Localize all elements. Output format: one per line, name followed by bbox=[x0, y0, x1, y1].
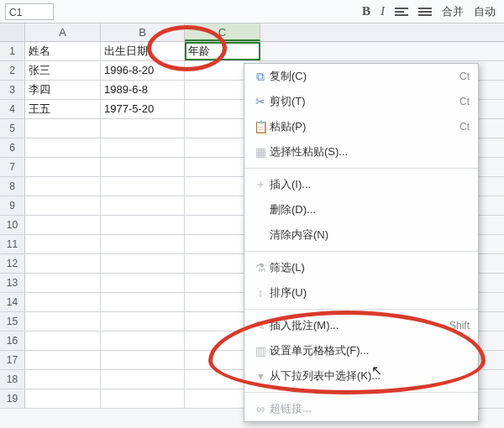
menu-paste-special[interactable]: ▦ 选择性粘贴(S)... bbox=[244, 139, 478, 164]
cell-A6[interactable] bbox=[25, 138, 101, 157]
insert-icon: ＋ bbox=[251, 177, 270, 192]
cell-A19[interactable] bbox=[25, 389, 101, 408]
cut-icon: ✂ bbox=[251, 95, 270, 108]
menu-separator bbox=[244, 309, 478, 310]
menu-separator bbox=[244, 392, 478, 393]
row-header[interactable]: 11 bbox=[0, 235, 25, 253]
cell-A17[interactable] bbox=[25, 351, 101, 369]
cell-B12[interactable] bbox=[101, 254, 185, 273]
cell-A8[interactable] bbox=[25, 177, 101, 196]
cell-B5[interactable] bbox=[101, 119, 185, 138]
row-header[interactable]: 1 bbox=[0, 42, 25, 60]
row-header[interactable]: 13 bbox=[0, 274, 25, 292]
menu-hyperlink[interactable]: ∞ 超链接... bbox=[244, 396, 478, 421]
row-header[interactable]: 9 bbox=[0, 196, 25, 215]
sort-icon: ↕ bbox=[251, 286, 270, 300]
row-header[interactable]: 12 bbox=[0, 254, 25, 273]
cell-A18[interactable] bbox=[25, 370, 101, 389]
cell-B1[interactable]: 出生日期 bbox=[101, 42, 185, 60]
align-icon-2[interactable] bbox=[418, 6, 432, 18]
row-header[interactable]: 18 bbox=[0, 370, 25, 389]
row-header[interactable]: 17 bbox=[0, 351, 25, 369]
cell-B14[interactable] bbox=[101, 293, 185, 311]
align-icon[interactable] bbox=[395, 6, 408, 18]
italic-button[interactable]: I bbox=[381, 4, 385, 18]
note-icon: ✎ bbox=[251, 319, 270, 332]
cell-A1[interactable]: 姓名 bbox=[25, 42, 101, 60]
cell-A5[interactable] bbox=[25, 119, 101, 138]
menu-pick-from-list[interactable]: ▾ 从下拉列表中选择(K)... bbox=[244, 363, 478, 389]
menu-copy[interactable]: ⧉ 复制(C) Ct bbox=[244, 64, 478, 89]
cell-A9[interactable] bbox=[25, 196, 101, 215]
col-header-A[interactable]: A bbox=[25, 23, 101, 41]
row-header[interactable]: 16 bbox=[0, 331, 25, 350]
cell-B17[interactable] bbox=[101, 351, 185, 369]
context-menu: ⧉ 复制(C) Ct ✂ 剪切(T) Ct 📋 粘贴(P) Ct ▦ 选择性粘贴… bbox=[244, 63, 479, 422]
cell-B2[interactable]: 1996-8-20 bbox=[101, 61, 185, 80]
menu-separator bbox=[244, 251, 478, 252]
row-header[interactable]: 7 bbox=[0, 158, 25, 176]
cell-B11[interactable] bbox=[101, 235, 185, 253]
cell-B8[interactable] bbox=[101, 177, 185, 196]
row-header[interactable]: 5 bbox=[0, 119, 25, 138]
cell-A3[interactable]: 李四 bbox=[25, 81, 101, 99]
row-header[interactable]: 2 bbox=[0, 61, 25, 80]
col-header-B[interactable]: B bbox=[101, 23, 185, 41]
cell-A10[interactable] bbox=[25, 216, 101, 234]
menu-sort[interactable]: ↕ 排序(U) bbox=[244, 280, 478, 305]
cell-A14[interactable] bbox=[25, 293, 101, 311]
cell-B3[interactable]: 1989-6-8 bbox=[101, 81, 185, 99]
menu-cut[interactable]: ✂ 剪切(T) Ct bbox=[244, 89, 478, 114]
cell-B19[interactable] bbox=[101, 389, 185, 408]
cell-A16[interactable] bbox=[25, 331, 101, 350]
paste-special-icon: ▦ bbox=[251, 145, 270, 159]
col-header-C[interactable]: C bbox=[185, 23, 260, 41]
cell-B16[interactable] bbox=[101, 331, 185, 350]
cell-A11[interactable] bbox=[25, 235, 101, 253]
cell-B4[interactable]: 1977-5-20 bbox=[101, 100, 185, 118]
column-headers: A B C bbox=[0, 23, 504, 42]
row-header[interactable]: 3 bbox=[0, 81, 25, 99]
cell-B7[interactable] bbox=[101, 158, 185, 176]
format-cells-icon: ▥ bbox=[251, 344, 270, 358]
select-all-corner[interactable] bbox=[0, 23, 25, 41]
cell-B15[interactable] bbox=[101, 312, 185, 331]
cell-A15[interactable] bbox=[25, 312, 101, 331]
cell-A7[interactable] bbox=[25, 158, 101, 176]
row-header[interactable]: 4 bbox=[0, 100, 25, 118]
menu-insert-note[interactable]: ✎ 插入批注(M)... Shift bbox=[244, 313, 478, 338]
cell-B18[interactable] bbox=[101, 370, 185, 389]
row-header[interactable]: 19 bbox=[0, 389, 25, 408]
menu-format-cells[interactable]: ▥ 设置单元格格式(F)... bbox=[244, 338, 478, 363]
cell-B13[interactable] bbox=[101, 274, 185, 292]
filter-icon: ⚗ bbox=[251, 261, 270, 274]
cell-A13[interactable] bbox=[25, 274, 101, 292]
cell-A12[interactable] bbox=[25, 254, 101, 273]
cell-B9[interactable] bbox=[101, 196, 185, 215]
menu-paste[interactable]: 📋 粘贴(P) Ct bbox=[244, 114, 478, 139]
dropdown-icon: ▾ bbox=[251, 369, 270, 383]
menu-delete[interactable]: 删除(D)... bbox=[244, 197, 478, 222]
row-header[interactable]: 14 bbox=[0, 293, 25, 311]
cell-B6[interactable] bbox=[101, 138, 185, 157]
toolbar: C1 B I 合并 自动 bbox=[0, 0, 504, 23]
grid-row: 1姓名出生日期年龄 bbox=[0, 42, 504, 61]
name-box[interactable]: C1 bbox=[5, 3, 54, 20]
bold-button[interactable]: B bbox=[362, 4, 370, 18]
row-header[interactable]: 6 bbox=[0, 138, 25, 157]
merge-button[interactable]: 合并 bbox=[442, 4, 464, 19]
cell-A4[interactable]: 王五 bbox=[25, 100, 101, 118]
menu-insert[interactable]: ＋ 插入(I)... bbox=[244, 172, 478, 197]
copy-icon: ⧉ bbox=[251, 70, 270, 84]
paste-icon: 📋 bbox=[251, 120, 270, 133]
hyperlink-icon: ∞ bbox=[251, 402, 270, 415]
row-header[interactable]: 15 bbox=[0, 312, 25, 331]
cell-C1[interactable]: 年龄 bbox=[185, 42, 260, 60]
cell-B10[interactable] bbox=[101, 216, 185, 234]
auto-button[interactable]: 自动 bbox=[474, 4, 496, 19]
row-header[interactable]: 10 bbox=[0, 216, 25, 234]
row-header[interactable]: 8 bbox=[0, 177, 25, 196]
menu-filter[interactable]: ⚗ 筛选(L) bbox=[244, 255, 478, 280]
menu-clear[interactable]: 清除内容(N) bbox=[244, 222, 478, 248]
cell-A2[interactable]: 张三 bbox=[25, 61, 101, 80]
